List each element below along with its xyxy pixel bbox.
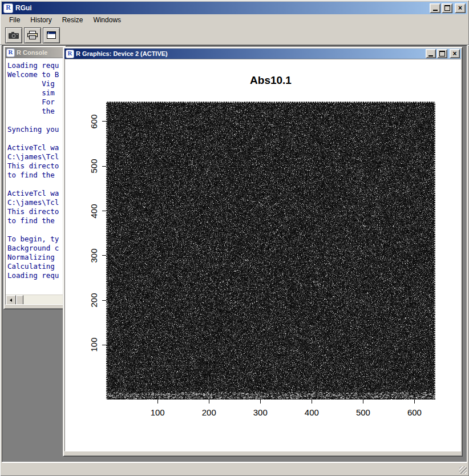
main-window-controls: × (428, 3, 466, 13)
graphics-minimize-button[interactable] (426, 49, 436, 58)
main-window-title: RGui (15, 4, 428, 12)
console-line: Loading requ (7, 61, 64, 70)
console-text: Loading requWelcome to B Vig sim For the… (6, 58, 64, 280)
console-line (7, 225, 64, 235)
y-axis-tick (102, 255, 106, 256)
y-axis-tick (102, 300, 106, 301)
main-titlebar[interactable]: R RGui × (2, 2, 467, 14)
graphics-device-area: Abs10.1 10020030040050060010020030040050… (64, 59, 461, 451)
print-button[interactable] (24, 27, 41, 43)
console-line: For (7, 98, 64, 107)
statusbar (2, 462, 467, 474)
console-line: This directo (7, 162, 64, 171)
microarray-image (106, 102, 435, 400)
menu-resize[interactable]: Resize (57, 15, 88, 26)
console-line (7, 180, 64, 189)
x-axis-tick-label: 300 (246, 408, 274, 417)
mdi-client-area: R R Console Loading requWelcome to B Vig… (2, 45, 467, 462)
y-axis-tick-label: 300 (89, 239, 98, 273)
console-window-button[interactable] (43, 27, 60, 43)
minimize-icon (433, 10, 438, 11)
x-axis-tick (312, 400, 312, 404)
console-line (7, 134, 64, 143)
x-axis-tick (209, 400, 209, 404)
console-line: To begin, ty (7, 235, 64, 244)
console-line: Welcome to B (7, 70, 64, 79)
y-axis-tick-label: 200 (89, 283, 98, 317)
console-line: ActiveTcl wa (7, 143, 64, 152)
console-line: This directo (7, 207, 64, 216)
printer-icon (27, 30, 38, 40)
camera-icon (8, 31, 19, 39)
y-axis-tick (102, 166, 106, 167)
console-line (7, 116, 64, 125)
console-line: to find the (7, 171, 64, 180)
console-line: C:\james\Tcl (7, 152, 64, 162)
maximize-icon (444, 5, 450, 11)
r-logo-icon: R (66, 50, 74, 58)
rgui-main-window: R RGui × File History Resize Windows (0, 0, 469, 476)
scrollbar-thumb[interactable] (16, 295, 23, 305)
graphics-window-title: R Graphics: Device 2 (ACTIVE) (76, 50, 424, 57)
y-axis-tick (102, 211, 106, 211)
graphics-window-controls: × (424, 49, 460, 58)
maximize-button[interactable] (442, 3, 452, 13)
console-window: R R Console Loading requWelcome to B Vig… (3, 46, 66, 309)
r-logo-icon: R (6, 49, 15, 57)
y-axis-tick-label: 500 (89, 149, 98, 183)
y-axis-tick-label: 600 (89, 104, 98, 139)
console-line: Normalizing (7, 253, 64, 262)
console-line: Loading requ (7, 271, 64, 280)
menu-history[interactable]: History (25, 15, 56, 26)
x-axis-tick-label: 500 (349, 408, 377, 417)
console-line: sim (7, 88, 64, 98)
y-axis-tick (102, 121, 106, 122)
toolbar (0, 26, 469, 45)
maximize-icon (439, 51, 445, 57)
x-axis-tick (260, 400, 261, 404)
scroll-left-button[interactable] (6, 295, 16, 305)
close-icon: × (458, 5, 462, 11)
x-axis-tick-label: 200 (195, 408, 223, 417)
x-axis-tick-label: 400 (297, 408, 326, 417)
menubar: File History Resize Windows (0, 14, 469, 26)
console-line: Calculating (7, 262, 64, 271)
console-horizontal-scrollbar[interactable] (6, 295, 64, 304)
graphics-close-button[interactable]: × (450, 49, 460, 58)
console-output-area[interactable]: Loading requWelcome to B Vig sim For the… (5, 58, 64, 305)
x-axis-tick (157, 400, 158, 404)
console-line: Vig (7, 79, 64, 88)
console-line: the (7, 107, 64, 116)
close-icon: × (452, 50, 456, 57)
close-button[interactable]: × (455, 3, 466, 13)
graphics-maximize-button[interactable] (437, 49, 447, 58)
console-line: Background c (7, 244, 64, 253)
console-line: C:\james\Tcl (7, 198, 64, 207)
console-line: Synching you (7, 125, 64, 134)
graphics-titlebar[interactable]: R R Graphics: Device 2 (ACTIVE) × (64, 49, 461, 59)
x-axis-tick (363, 400, 363, 404)
menu-file[interactable]: File (4, 15, 25, 26)
window-icon (46, 31, 56, 39)
menu-windows[interactable]: Windows (88, 15, 126, 26)
x-axis-tick (414, 400, 415, 404)
console-line: ActiveTcl wa (7, 189, 64, 198)
scroll-left-arrow-icon (10, 298, 12, 302)
minimize-button[interactable] (430, 3, 440, 13)
plot-title: Abs10.1 (106, 74, 435, 87)
resize-grip[interactable] (459, 466, 467, 474)
y-axis-tick-label: 400 (89, 194, 98, 228)
r-logo-icon: R (3, 3, 13, 13)
plot-area: Abs10.1 10020030040050060010020030040050… (65, 59, 460, 451)
graphics-window: R R Graphics: Device 2 (ACTIVE) × Abs10.… (63, 47, 463, 457)
minimize-icon (428, 55, 433, 57)
x-axis-tick-label: 100 (143, 408, 172, 417)
y-axis-tick-label: 100 (89, 328, 98, 362)
y-axis-tick (102, 345, 106, 345)
x-axis-tick-label: 600 (400, 408, 428, 417)
console-line: to find the (7, 216, 64, 225)
console-title: R Console (17, 49, 63, 56)
console-titlebar[interactable]: R R Console (5, 47, 64, 58)
copy-to-clipboard-button[interactable] (5, 27, 22, 43)
